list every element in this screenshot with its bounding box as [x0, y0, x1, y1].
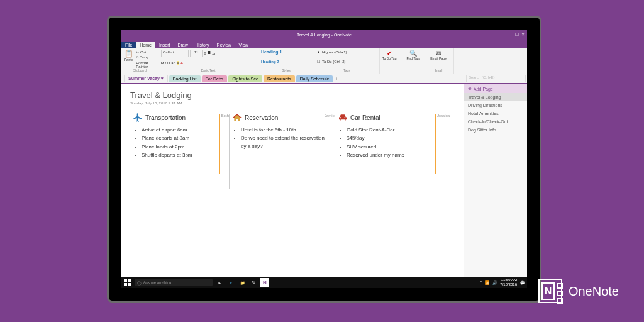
list-item: Shuttle departs at 3pm	[142, 152, 224, 159]
strike-button[interactable]: ab	[171, 61, 175, 65]
ribbon-group-styles: Heading 1 Heading 2 Styles	[258, 48, 314, 74]
tag-item2[interactable]: To Do (Ctrl+2)	[322, 60, 346, 64]
font-name-select[interactable]: Calibri	[161, 50, 189, 57]
tray-up-icon[interactable]: ^	[480, 280, 482, 284]
ribbon-tab-strip: File Home Insert Draw History Review Vie…	[121, 40, 527, 48]
pagelist-item[interactable]: Travel & Lodging	[464, 93, 527, 101]
tab-draw[interactable]: Draw	[174, 42, 191, 48]
email-label: Email	[426, 69, 451, 72]
car-list: Gold Star Rent-A-Car $45/day SUV secured…	[338, 126, 445, 160]
note-container-transport[interactable]: Transportation Beth Arrive at airport 6a…	[130, 113, 229, 189]
section-for-debs[interactable]: For Debs	[202, 75, 228, 82]
list-item: Plane departs at 8am	[142, 135, 224, 142]
task-view-icon[interactable]: ⊞	[215, 278, 224, 287]
tablet-frame: Travel & Lodging - OneNote — □ × File Ho…	[107, 16, 541, 303]
author-tag-reservation: Jamie	[323, 114, 335, 174]
add-page-button[interactable]: ⊕Add Page	[464, 84, 527, 93]
font-color-button[interactable]: A	[180, 61, 183, 65]
numbering-icon[interactable]: ≣	[208, 52, 211, 56]
list-item: $45/day	[347, 135, 445, 142]
search-icon: 🔍	[409, 50, 417, 57]
font-size-select[interactable]: 11	[190, 50, 203, 57]
pagelist-item[interactable]: Hotel Amenities	[464, 109, 527, 118]
ribbon: 📋 Paste ✂ Cut ⧉ Copy Format Painter Clip…	[121, 48, 527, 74]
reservation-list: Hotel is for the 6th - 10th Do we need t…	[232, 126, 330, 150]
indent-icon[interactable]: ⇥	[212, 52, 215, 56]
format-painter-button[interactable]: Format Painter	[136, 61, 155, 69]
maximize-button[interactable]: □	[515, 31, 518, 37]
system-tray: ^ 📶 🔊 11:59 AM 7/10/2016 💬	[480, 278, 525, 287]
section-sights[interactable]: Sights to See	[228, 75, 262, 82]
onenote-taskbar-icon[interactable]: N	[260, 278, 269, 287]
highlight-button[interactable]: A	[177, 61, 179, 65]
reservation-heading: Reservation	[245, 114, 278, 121]
list-item: Arrive at airport 6am	[142, 126, 224, 134]
list-item: SUV secured	[347, 143, 445, 151]
add-section-button[interactable]: +	[333, 77, 340, 81]
page-canvas[interactable]: Travel & Lodging Sunday, July 10, 2016 9…	[121, 84, 464, 277]
copy-button[interactable]: ⧉ Copy	[136, 55, 155, 60]
edge-icon[interactable]: e	[226, 278, 235, 287]
page-list-panel: ⊕Add Page Travel & Lodging Driving Direc…	[464, 84, 527, 277]
wifi-icon[interactable]: 📶	[485, 280, 489, 285]
cut-button[interactable]: ✂ Cut	[136, 50, 155, 54]
cortana-icon: ◯	[137, 280, 142, 285]
clipboard-label: Clipboard	[124, 69, 155, 72]
store-icon[interactable]: 🛍	[249, 278, 258, 287]
section-daily[interactable]: Daily Schedule	[296, 75, 333, 82]
tab-history[interactable]: History	[192, 42, 213, 48]
page-title[interactable]: Travel & Lodging	[130, 91, 455, 100]
styles-label: Styles	[261, 69, 311, 72]
list-item: Gold Star Rent-A-Car	[347, 126, 445, 134]
taskbar-clock[interactable]: 11:59 AM 7/10/2016	[500, 278, 517, 287]
title-bar: Travel & Lodging - OneNote — □ ×	[121, 30, 527, 40]
pagelist-item[interactable]: Dog Sitter Info	[464, 126, 527, 134]
close-button[interactable]: ×	[521, 31, 525, 37]
find-tags-button[interactable]: Find Tags	[406, 57, 420, 60]
paste-button[interactable]: Paste	[124, 58, 133, 62]
cortana-search[interactable]: ◯Ask me anything	[135, 279, 213, 286]
bullets-icon[interactable]: ≡	[204, 52, 206, 55]
tab-insert[interactable]: Insert	[155, 42, 174, 48]
tab-file[interactable]: File	[121, 42, 136, 48]
section-tab-strip: Summer Vacay ▾ Packing List For Debs Sig…	[121, 74, 527, 84]
transport-heading: Transportation	[145, 114, 186, 121]
style-heading2[interactable]: Heading 2	[261, 60, 311, 64]
tab-view[interactable]: View	[235, 42, 252, 48]
todo-tag-button[interactable]: To Do Tag	[382, 57, 396, 60]
ribbon-group-tags: ★Higher (Ctrl+1) ☐To Do (Ctrl+2) Tags	[314, 48, 380, 74]
taskbar: ◯Ask me anything ⊞ e 📁 🛍 N ^ 📶 🔊 11:59 A…	[121, 277, 527, 288]
pagelist-item[interactable]: Driving Directions	[464, 101, 527, 109]
clipboard-icon: 📋	[125, 50, 133, 58]
ribbon-group-email: ✉Email Page Email	[423, 48, 454, 74]
window-title: Travel & Lodging - OneNote	[297, 33, 352, 37]
airplane-icon	[133, 113, 143, 123]
tab-home[interactable]: Home	[136, 42, 155, 48]
section-restaurants[interactable]: Restaurants	[264, 75, 295, 82]
author-tag-transport: Beth	[219, 114, 229, 174]
tags-label: Tags	[317, 69, 377, 72]
bold-button[interactable]: B	[161, 61, 164, 65]
volume-icon[interactable]: 🔊	[492, 280, 497, 285]
explorer-icon[interactable]: 📁	[238, 278, 247, 287]
notebook-selector[interactable]: Summer Vacay ▾	[124, 75, 168, 82]
minimize-button[interactable]: —	[507, 31, 512, 37]
italic-button[interactable]: I	[165, 61, 166, 65]
start-button[interactable]	[123, 278, 132, 287]
note-container-car[interactable]: Car Rental Jessica Gold Star Rent-A-Car …	[335, 113, 450, 189]
list-item: Hotel is for the 6th - 10th	[241, 126, 330, 134]
email-page-button[interactable]: Email Page	[430, 57, 447, 60]
search-input[interactable]: Search (Ctrl+E)	[466, 75, 526, 82]
style-heading1[interactable]: Heading 1	[261, 50, 311, 54]
ribbon-group-font: Calibri 11 ≡ ≣ ⇥ B I U ab A A Basic Text	[158, 48, 258, 74]
onenote-brand: N OneNote	[538, 279, 619, 303]
action-center-icon[interactable]: 💬	[520, 280, 525, 285]
tag-item1[interactable]: Higher (Ctrl+1)	[322, 50, 347, 54]
page-date: Sunday, July 10, 2016 9:31 AM	[130, 101, 455, 105]
list-item: Do we need to extend the reservation by …	[241, 135, 330, 150]
underline-button[interactable]: U	[167, 61, 170, 65]
pagelist-item[interactable]: Check-In/Check-Out	[464, 118, 527, 126]
note-container-reservation[interactable]: Reservation Jamie Hotel is for the 6th -…	[230, 113, 335, 189]
section-packing[interactable]: Packing List	[169, 75, 201, 82]
tab-review[interactable]: Review	[213, 42, 235, 48]
